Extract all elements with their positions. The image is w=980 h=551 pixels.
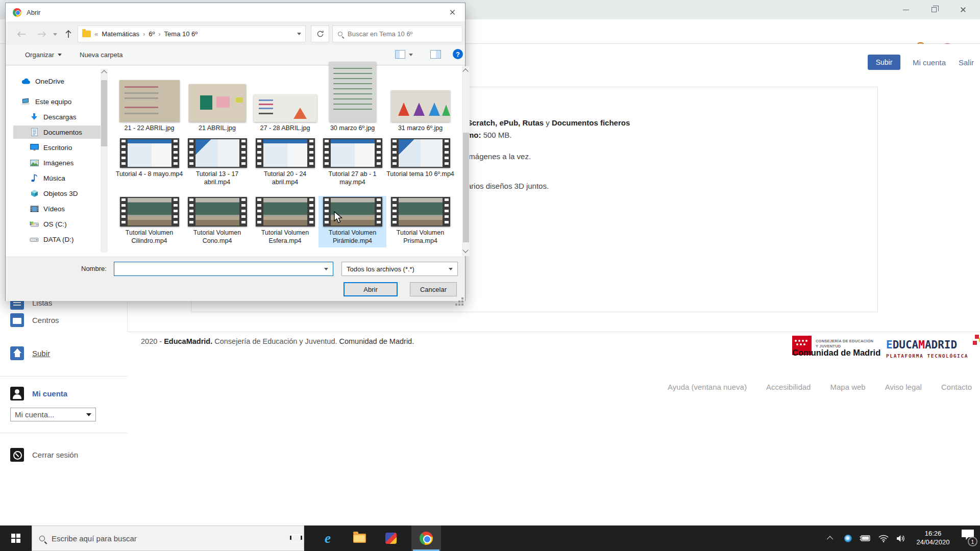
start-button[interactable] [0, 525, 32, 551]
wifi-button[interactable] [875, 525, 892, 551]
chevron-down-icon[interactable] [409, 54, 413, 56]
file-item[interactable]: Tutorial 13 - 17 abril.mp4 [183, 137, 251, 187]
file-item[interactable]: Tutorial Volumen Cilindro.mp4 [115, 196, 183, 245]
battery-button[interactable] [856, 525, 874, 551]
footer-link-accesibilidad[interactable]: Accesibilidad [766, 383, 811, 391]
up-arrow-icon [65, 30, 71, 38]
dialog-sidebar-onedrive[interactable]: OneDrive [17, 74, 64, 88]
scrollbar-thumb[interactable] [463, 133, 469, 242]
volume-button[interactable] [892, 525, 910, 551]
site-account-link[interactable]: Mi cuenta [913, 58, 946, 67]
back-button[interactable] [14, 27, 29, 42]
dialog-sidebar-documentos[interactable]: Documentos [13, 126, 103, 139]
filename-input[interactable] [114, 262, 320, 276]
account-select[interactable]: Mi cuenta... [10, 408, 96, 421]
dialog-search[interactable] [332, 26, 462, 42]
chevron-down-icon[interactable] [297, 33, 301, 35]
site-logout-link[interactable]: Salir [959, 58, 974, 67]
cortana-button[interactable] [256, 525, 283, 551]
file-item[interactable]: 21 - 22 ABRIL.jpg [115, 73, 183, 132]
file-item[interactable]: Tutorial Volumen Prisma.mp4 [386, 196, 454, 245]
filename-combobox[interactable] [114, 262, 333, 276]
tray-expand-button[interactable] [822, 525, 839, 551]
dialog-sidebar-imagenes[interactable]: Imágenes [26, 156, 74, 169]
dialog-sidebar-objetos-3d[interactable]: Objetos 3D [26, 187, 78, 200]
organize-button[interactable]: Organizar [25, 51, 62, 59]
sidebar-item-cerrar-sesion[interactable]: Cerrar sesión [10, 448, 78, 462]
breadcrumb-item[interactable]: Tema 10 6º [164, 30, 198, 38]
file-name: Tutorial Volumen Esfera.mp4 [251, 229, 319, 245]
file-explorer-button[interactable] [346, 525, 373, 551]
breadcrumb-overflow[interactable]: « [94, 30, 98, 38]
task-view-button[interactable] [283, 525, 309, 551]
wifi-icon [878, 535, 889, 542]
window-minimize-button[interactable] [894, 0, 918, 19]
cancel-button[interactable]: Cancelar [410, 282, 457, 296]
filetype-select[interactable]: Todos los archivos (*.*) [341, 262, 458, 276]
drive-os-icon [30, 219, 39, 229]
media-player-button[interactable] [378, 525, 404, 551]
file-item[interactable]: Tutorial Volumen Esfera.mp4 [251, 196, 319, 245]
dialog-close-button[interactable] [439, 3, 465, 21]
file-item[interactable]: 27 - 28 ABRIL.jpg [251, 73, 319, 132]
scroll-up-icon[interactable] [462, 68, 468, 74]
file-item[interactable]: Tutorial Volumen Cono.mp4 [183, 196, 251, 245]
footer-link-mapa-web[interactable]: Mapa web [830, 383, 865, 391]
footer-divider [128, 332, 980, 332]
footer-link-contacto[interactable]: Contacto [941, 383, 972, 391]
scrollbar-thumb[interactable] [101, 80, 107, 146]
resize-grip[interactable] [461, 297, 463, 299]
dialog-toolbar: Organizar Nueva carpeta ? [6, 45, 465, 65]
speaker-icon [896, 535, 906, 542]
file-item[interactable]: Tutorial tema 10 6º.mp4 [386, 137, 454, 178]
sidebar-item-subir[interactable]: Subir [10, 346, 50, 360]
dialog-sidebar-escritorio[interactable]: Escritorio [26, 141, 72, 154]
file-item[interactable]: 21 ABRIL.jpg [183, 73, 251, 132]
sidebar-item-centros[interactable]: Centros [10, 313, 59, 327]
filelist-scrollbar[interactable] [462, 66, 470, 256]
dialog-sidebar-videos[interactable]: Vídeos [26, 202, 65, 215]
refresh-button[interactable] [311, 26, 329, 42]
dialog-sidebar-musica[interactable]: Música [26, 171, 65, 185]
new-folder-button[interactable]: Nueva carpeta [80, 51, 123, 59]
taskbar-search-input[interactable] [52, 534, 220, 543]
notification-badge[interactable]: 1 [968, 537, 977, 546]
breadcrumb[interactable]: « Matemáticas › 6º › Tema 10 6º [78, 26, 306, 42]
recent-locations-button[interactable] [51, 27, 60, 42]
search-input[interactable] [348, 30, 450, 38]
video-thumbnail [188, 197, 247, 227]
tray-cortana-button[interactable] [839, 525, 856, 551]
breadcrumb-item[interactable]: 6º [149, 30, 155, 38]
dialog-sidebar-este-equipo[interactable]: Este equipo [17, 95, 71, 108]
file-item-selected[interactable]: Tutorial Volumen Pirámide.mp4 [318, 196, 386, 247]
dialog-sidebar-data-d[interactable]: DATA (D:) [26, 233, 74, 246]
scroll-down-icon[interactable] [462, 247, 468, 253]
window-restore-button[interactable] [922, 0, 946, 19]
file-item[interactable]: Tutorial 27 ab - 1 may.mp4 [318, 137, 386, 187]
forward-button[interactable] [34, 27, 50, 42]
footer-link-aviso-legal[interactable]: Aviso legal [885, 383, 922, 391]
view-mode-icon[interactable] [395, 50, 405, 59]
internet-explorer-button[interactable]: e [314, 525, 341, 551]
scroll-up-icon[interactable] [101, 70, 107, 76]
chrome-taskbar-button[interactable] [411, 525, 441, 551]
dialog-sidebar-os-c[interactable]: OS (C:) [26, 217, 67, 231]
file-item[interactable]: Tutorial 20 - 24 abril.mp4 [251, 137, 319, 187]
dialog-sidebar-descargas[interactable]: Descargas [26, 110, 77, 123]
breadcrumb-item[interactable]: Matemáticas [102, 30, 139, 38]
file-item[interactable]: 31 marzo 6º.jpg [386, 73, 454, 132]
window-close-button[interactable] [951, 0, 974, 19]
up-button[interactable] [61, 27, 76, 42]
help-button[interactable]: ? [453, 49, 463, 59]
taskbar-clock[interactable]: 16:26 24/04/2020 [909, 525, 958, 551]
file-item[interactable]: 30 marzo 6º.jpg [318, 73, 386, 132]
sidebar-scrollbar[interactable] [101, 69, 108, 253]
sidebar-item-mi-cuenta[interactable]: Mi cuenta [10, 387, 67, 400]
chevron-down-icon[interactable] [320, 262, 333, 276]
file-name: Tutorial 13 - 17 abril.mp4 [183, 170, 251, 187]
preview-pane-icon[interactable] [430, 50, 441, 59]
site-upload-button[interactable]: Subir [868, 55, 900, 70]
file-item[interactable]: Tutorial 4 - 8 mayo.mp4 [115, 137, 183, 178]
footer-link-ayuda[interactable]: Ayuda (ventana nueva) [668, 383, 747, 391]
open-button[interactable]: Abrir [344, 282, 398, 296]
